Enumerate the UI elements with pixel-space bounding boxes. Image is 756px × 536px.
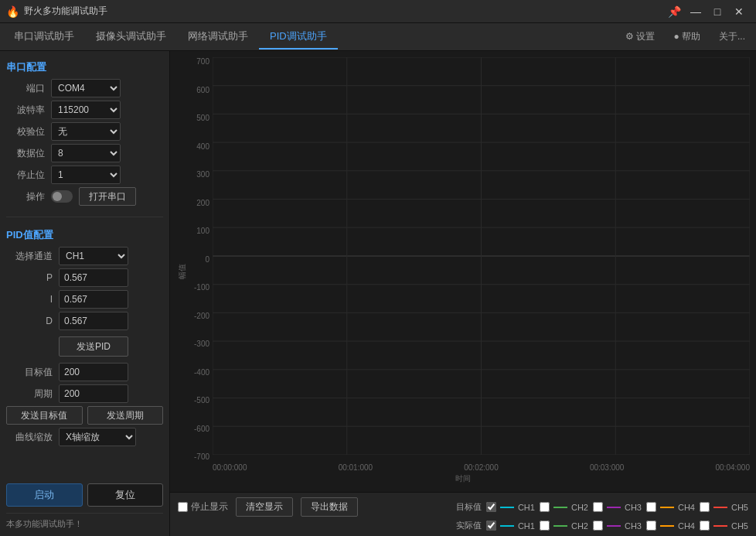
stop-display-text: 停止显示 — [191, 500, 228, 514]
start-button[interactable]: 启动 — [6, 483, 83, 507]
help-button[interactable]: ● 帮助 — [666, 27, 708, 46]
tab-network[interactable]: 网络调试助手 — [177, 25, 259, 50]
serial-toggle[interactable] — [51, 190, 73, 203]
export-button[interactable]: 导出数据 — [301, 497, 358, 517]
send-target-button[interactable]: 发送目标值 — [6, 406, 83, 425]
port-select[interactable]: COM4 COM1 COM2 COM3 — [51, 79, 121, 97]
send-period-button[interactable]: 发送周期 — [87, 406, 164, 425]
y-label-500: 500 — [196, 114, 209, 122]
y-label-600: 600 — [196, 86, 209, 94]
maximize-button[interactable]: □ — [707, 4, 728, 19]
stop-display-checkbox[interactable] — [178, 502, 188, 512]
port-row: 端口 COM4 COM1 COM2 COM3 — [6, 79, 163, 97]
parity-select[interactable]: 无 奇 偶 — [51, 122, 121, 141]
pid-config-title: PID值配置 — [6, 228, 163, 242]
legend-target-ch3[interactable]: CH3 — [593, 502, 642, 512]
baud-label: 波特率 — [6, 104, 45, 117]
app-title: 野火多功能调试助手 — [24, 5, 663, 18]
cb-actual-ch5[interactable] — [700, 521, 710, 531]
cb-target-ch1[interactable] — [486, 502, 496, 512]
legend-actual-ch1[interactable]: CH1 — [486, 521, 535, 531]
send-row: 发送目标值 发送周期 — [6, 406, 163, 425]
d-row: D — [6, 312, 163, 330]
y-label-n500: -500 — [194, 396, 209, 405]
cb-target-ch5[interactable] — [700, 502, 710, 512]
legend-actual-ch2[interactable]: CH2 — [540, 521, 588, 531]
reset-button[interactable]: 复位 — [87, 483, 164, 507]
baud-row: 波特率 115200 9600 19200 38400 57600 — [6, 101, 163, 119]
channel-select[interactable]: CH1 CH2 CH3 CH4 CH5 — [59, 247, 128, 265]
cb-actual-ch2[interactable] — [540, 521, 550, 531]
app-icon: 🔥 — [6, 5, 19, 18]
clear-button[interactable]: 清空显示 — [236, 497, 293, 517]
period-label: 周期 — [6, 387, 53, 401]
y-label-n300: -300 — [194, 340, 209, 348]
legend-actual-ch5[interactable]: CH5 — [700, 521, 748, 531]
legend-target-ch1[interactable]: CH1 — [486, 502, 535, 512]
legend-target-ch2[interactable]: CH2 — [540, 502, 588, 512]
curve-select[interactable]: X轴缩放 Y轴缩放 全部缩放 — [59, 428, 136, 446]
control-row: 停止显示 清空显示 导出数据 目标值 CH1 — [178, 497, 748, 517]
curve-label: 曲线缩放 — [6, 431, 53, 444]
minimize-button[interactable]: — — [685, 4, 707, 19]
baud-select[interactable]: 115200 9600 19200 38400 57600 — [51, 101, 121, 119]
chart-wrapper[interactable]: 700 600 500 400 300 200 100 0 -100 -200 … — [170, 51, 756, 492]
cb-target-ch3[interactable] — [593, 502, 603, 512]
i-input[interactable] — [59, 290, 128, 309]
y-label-0: 0 — [205, 255, 209, 264]
d-label: D — [6, 316, 53, 326]
port-label: 端口 — [6, 82, 45, 95]
tab-serial[interactable]: 串口调试助手 — [3, 25, 85, 50]
d-input[interactable] — [59, 312, 128, 330]
about-button[interactable]: 关于... — [711, 27, 753, 46]
action-buttons: 启动 复位 — [6, 477, 163, 507]
legend-target-ch5[interactable]: CH5 — [700, 502, 748, 512]
databits-row: 数据位 8 5 6 7 — [6, 144, 163, 162]
period-input[interactable] — [59, 384, 128, 403]
close-button[interactable]: ✕ — [728, 4, 750, 19]
y-axis-title: 幅值 — [177, 264, 188, 279]
pid-config-section: PID值配置 选择通道 CH1 CH2 CH3 CH4 CH5 P I — [6, 225, 163, 449]
target-input[interactable] — [59, 363, 128, 381]
p-input[interactable] — [59, 268, 128, 287]
pin-button[interactable]: 📌 — [663, 4, 685, 19]
i-row: I — [6, 290, 163, 309]
serial-config-title: 串口配置 — [6, 60, 163, 74]
x-axis: 00:00:000 00:01:000 00:02:000 00:03:000 … — [213, 463, 750, 472]
bottom-controls: 停止显示 清空显示 导出数据 目标值 CH1 — [170, 492, 756, 536]
open-port-button[interactable]: 打开串口 — [79, 187, 136, 206]
stop-display-label[interactable]: 停止显示 — [178, 500, 228, 514]
parity-row: 校验位 无 奇 偶 — [6, 122, 163, 141]
cb-actual-ch1[interactable] — [486, 521, 496, 531]
legend-actual-label: 实际值 — [456, 520, 482, 531]
status-text: 本多功能调试助手！ — [6, 519, 83, 528]
settings-button[interactable]: ⚙ 设置 — [618, 27, 662, 46]
tab-camera[interactable]: 摄像头调试助手 — [85, 25, 177, 50]
legend-target-label: 目标值 — [456, 501, 482, 513]
i-label: I — [6, 294, 53, 305]
chart-svg[interactable] — [213, 57, 750, 455]
x-label-3: 00:03:000 — [590, 463, 625, 472]
send-pid-button[interactable]: 发送PID — [59, 336, 128, 357]
stopbits-select[interactable]: 1 1.5 2 — [51, 166, 121, 184]
y-label-700: 700 — [196, 57, 209, 66]
curve-row: 曲线缩放 X轴缩放 Y轴缩放 全部缩放 — [6, 428, 163, 446]
cb-target-ch2[interactable] — [540, 502, 550, 512]
actual-row: 实际值 CH1 CH2 CH3 — [294, 520, 748, 531]
target-row: 目标值 — [6, 363, 163, 381]
legend-section: 目标值 CH1 CH2 — [456, 501, 748, 513]
databits-select[interactable]: 8 5 6 7 — [51, 144, 121, 162]
stopbits-label: 停止位 — [6, 169, 45, 182]
legend-target-ch4[interactable]: CH4 — [646, 502, 695, 512]
right-panel: 700 600 500 400 300 200 100 0 -100 -200 … — [170, 51, 756, 536]
p-label: P — [6, 272, 53, 283]
cb-actual-ch3[interactable] — [593, 521, 603, 531]
cb-target-ch4[interactable] — [646, 502, 656, 512]
tab-pid[interactable]: PID调试助手 — [259, 25, 338, 50]
target-label: 目标值 — [6, 366, 53, 379]
legend-actual-ch3[interactable]: CH3 — [593, 521, 642, 531]
legend-actual-ch4[interactable]: CH4 — [646, 521, 695, 531]
cb-actual-ch4[interactable] — [646, 521, 656, 531]
x-label-2: 00:02:000 — [464, 463, 499, 472]
y-label-n400: -400 — [194, 368, 209, 377]
